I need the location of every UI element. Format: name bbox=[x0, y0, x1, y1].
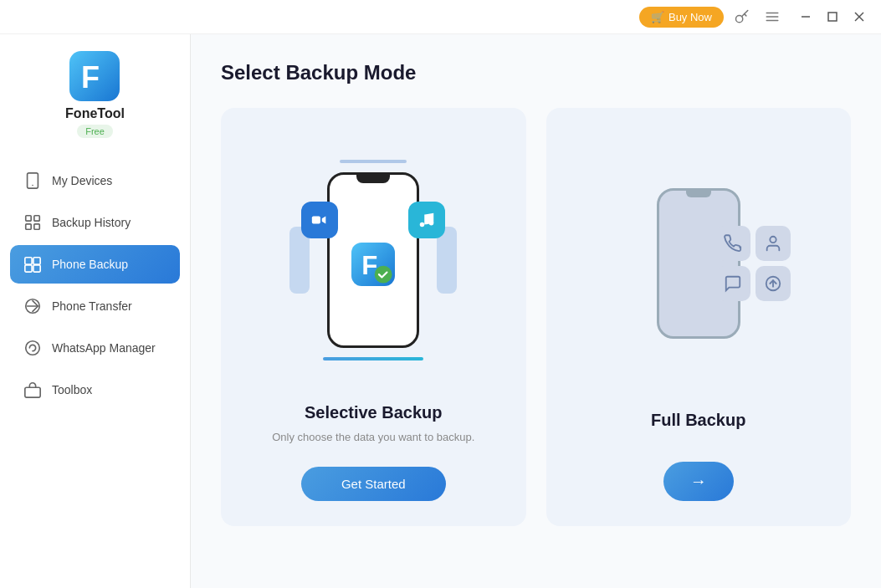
svg-rect-14 bbox=[26, 224, 31, 229]
free-badge: Free bbox=[77, 125, 113, 138]
sidebar-item-phone-transfer[interactable]: Phone Transfer bbox=[10, 287, 180, 325]
minimize-button[interactable] bbox=[794, 5, 817, 28]
get-started-button[interactable]: Get Started bbox=[301, 467, 446, 501]
buy-now-label: Buy Now bbox=[668, 11, 712, 23]
sidebar-item-my-devices[interactable]: My Devices bbox=[10, 161, 180, 200]
svg-point-29 bbox=[770, 237, 776, 243]
sidebar-item-phone-backup[interactable]: Phone Backup bbox=[10, 245, 180, 284]
phone-app-icon bbox=[715, 226, 750, 261]
whatsapp-icon bbox=[23, 339, 42, 357]
sidebar-item-backup-history[interactable]: Backup History bbox=[10, 203, 180, 242]
svg-rect-5 bbox=[828, 13, 837, 21]
svg-rect-17 bbox=[33, 258, 40, 264]
main-content: Select Backup Mode bbox=[191, 34, 881, 588]
sidebar-item-whatsapp-manager[interactable]: WhatsApp Manager bbox=[10, 329, 180, 367]
key-icon[interactable] bbox=[730, 5, 754, 28]
full-backup-title: Full Backup bbox=[651, 411, 745, 430]
sidebar-item-label: WhatsApp Manager bbox=[52, 341, 156, 355]
device-icon bbox=[23, 171, 42, 190]
backup-icon bbox=[23, 255, 42, 274]
svg-point-24 bbox=[420, 222, 425, 227]
history-icon bbox=[23, 213, 42, 232]
sidebar: F FoneTool Free My Devices bbox=[0, 34, 191, 588]
sidebar-item-label: Phone Transfer bbox=[52, 299, 132, 313]
transfer-icon bbox=[23, 297, 42, 315]
music-float-icon bbox=[408, 202, 445, 238]
video-float-icon bbox=[301, 202, 338, 238]
cards-container: F Selective Backu bbox=[221, 108, 851, 526]
phone-illustration: F bbox=[289, 151, 457, 369]
svg-point-28 bbox=[375, 265, 392, 283]
phone-screen: F bbox=[330, 183, 417, 345]
toolbox-icon bbox=[23, 381, 42, 399]
sidebar-item-label: My Devices bbox=[52, 174, 112, 187]
title-bar: 🛒 Buy Now bbox=[0, 0, 881, 34]
svg-point-21 bbox=[26, 341, 40, 355]
appstore-app-icon bbox=[756, 266, 791, 301]
svg-rect-12 bbox=[26, 216, 31, 221]
app-icons-grid bbox=[715, 226, 791, 301]
svg-rect-16 bbox=[25, 258, 32, 264]
sidebar-item-label: Phone Backup bbox=[52, 258, 128, 271]
phone-body: F bbox=[327, 172, 419, 348]
full-phone-illustration bbox=[615, 155, 782, 372]
sidebar-item-label: Backup History bbox=[52, 216, 131, 229]
menu-icon[interactable] bbox=[761, 5, 784, 28]
sidebar-item-toolbox[interactable]: Toolbox bbox=[10, 371, 180, 409]
window-controls bbox=[794, 5, 871, 28]
contacts-app-icon bbox=[756, 226, 791, 261]
phone-screen-logo: F bbox=[351, 243, 395, 286]
app-body: F FoneTool Free My Devices bbox=[0, 34, 881, 588]
svg-rect-23 bbox=[312, 216, 320, 223]
full-phone-notch bbox=[686, 191, 711, 197]
cart-icon: 🛒 bbox=[651, 11, 664, 23]
page-title: Select Backup Mode bbox=[221, 61, 851, 84]
top-line bbox=[340, 160, 407, 163]
selective-backup-desc: Only choose the data you want to backup. bbox=[272, 431, 474, 443]
selective-backup-card[interactable]: F Selective Backu bbox=[221, 108, 526, 526]
svg-rect-15 bbox=[34, 224, 39, 229]
svg-point-25 bbox=[429, 220, 434, 225]
full-backup-illustration bbox=[566, 133, 832, 394]
buy-now-button[interactable]: 🛒 Buy Now bbox=[639, 7, 724, 28]
svg-rect-19 bbox=[33, 265, 40, 272]
svg-rect-22 bbox=[25, 387, 40, 397]
app-name-label: FoneTool bbox=[65, 106, 125, 121]
bottom-line bbox=[323, 357, 423, 360]
full-backup-card[interactable]: Full Backup → bbox=[546, 108, 852, 526]
selective-backup-title: Selective Backup bbox=[305, 403, 443, 422]
svg-rect-13 bbox=[34, 216, 39, 221]
nav-menu: My Devices Backup History bbox=[0, 161, 190, 409]
selective-backup-illustration: F bbox=[241, 133, 506, 386]
svg-rect-18 bbox=[25, 265, 32, 272]
logo-area: F FoneTool Free bbox=[65, 51, 125, 138]
svg-text:F: F bbox=[81, 60, 100, 95]
sidebar-item-label: Toolbox bbox=[52, 383, 92, 396]
svg-rect-10 bbox=[28, 173, 38, 188]
close-button[interactable] bbox=[848, 5, 871, 28]
app-logo: F bbox=[69, 51, 120, 101]
maximize-button[interactable] bbox=[821, 5, 844, 28]
full-backup-button[interactable]: → bbox=[663, 462, 734, 501]
messages-app-icon bbox=[715, 266, 750, 301]
phone-notch bbox=[356, 175, 390, 183]
